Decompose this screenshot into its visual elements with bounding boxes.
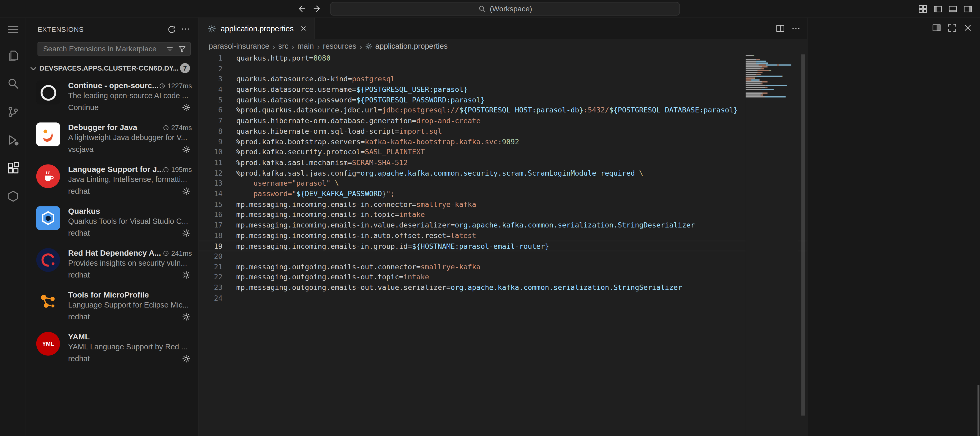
code-lines: 1quarkus.http.port=808023quarkus.datasou… — [199, 53, 807, 304]
code-line[interactable]: 16mp.messaging.incoming.emails-in.topic=… — [199, 210, 807, 220]
extension-item[interactable]: QuarkusQuarkus Tools for Visual Studio C… — [26, 200, 198, 242]
extension-description: Java Linting, Intellisense, formatti... — [68, 175, 192, 186]
split-editor-right-icon[interactable] — [932, 23, 941, 33]
minimap-line — [746, 81, 798, 83]
line-content: username="parasol" \ — [223, 178, 807, 189]
code-line[interactable]: 5quarkus.datasource.password=${POSTGRESQ… — [199, 95, 807, 105]
rhda-extension-icon — [37, 248, 60, 272]
code-line[interactable]: 22mp.messaging.outgoing.emails-out.topic… — [199, 272, 807, 283]
refresh-button[interactable] — [164, 22, 178, 36]
filter-button[interactable] — [176, 44, 188, 54]
back-button[interactable] — [296, 4, 306, 14]
activity-item-extensions[interactable] — [0, 154, 25, 182]
code-line[interactable]: 24 — [199, 293, 807, 304]
forward-button[interactable] — [313, 4, 323, 14]
activity-item-run-debug[interactable] — [0, 126, 25, 154]
manage-extension-button[interactable] — [181, 353, 192, 364]
command-center-label: (Workspace) — [490, 5, 532, 13]
extensions-section-header[interactable]: DEVSPACES.APPS.CLUSTER-CCN6D.DY... 7 — [26, 61, 198, 75]
activation-time: 241ms — [162, 249, 192, 257]
properties-file-icon — [365, 42, 372, 50]
extension-item[interactable]: Red Hat Dependency A...241msProvides ins… — [26, 242, 198, 284]
minimap-line — [746, 57, 798, 58]
extension-item[interactable]: Tools for MicroProfileLanguage Support f… — [26, 284, 198, 326]
activity-item-openshift[interactable] — [0, 182, 25, 210]
code-line[interactable]: 9%prod.kafka.bootstrap.servers=kafka-kaf… — [199, 137, 807, 147]
breadcrumb-item[interactable]: main — [297, 42, 314, 51]
java-debugger-extension-icon — [37, 123, 60, 146]
editor-group: application.properties parasol-insurance… — [199, 18, 807, 436]
code-line[interactable]: 23mp.messaging.outgoing.emails-out.value… — [199, 283, 807, 293]
manage-extension-button[interactable] — [181, 311, 192, 323]
code-line[interactable]: 14 password="${DEV_KAFKA_PASSWORD}"; — [199, 189, 807, 199]
code-line[interactable]: 11%prod.kafka.sasl.mechanism=SCRAM-SHA-5… — [199, 158, 807, 168]
tab-close-button[interactable] — [298, 23, 309, 34]
tab-application-properties[interactable]: application.properties — [199, 18, 315, 39]
chevron-right-icon: › — [291, 42, 294, 50]
search-icon — [6, 77, 19, 89]
editor-scrollbar[interactable] — [801, 54, 805, 416]
code-line[interactable]: 7quarkus.hibernate-orm.database.generati… — [199, 116, 807, 126]
split-editor-icon[interactable] — [776, 24, 785, 33]
extension-item[interactable]: Continue - open-sourc...1227msThe leadin… — [26, 75, 198, 117]
toggle-secondary-sidebar-icon[interactable] — [963, 4, 973, 13]
manage-extension-button[interactable] — [181, 144, 192, 155]
customize-layout-icon[interactable] — [918, 4, 928, 13]
layout-controls — [918, 0, 973, 18]
activity-item-search[interactable] — [0, 69, 25, 97]
command-center[interactable]: (Workspace) — [330, 2, 680, 16]
manage-extension-button[interactable] — [181, 102, 192, 113]
extensions-list: Continue - open-sourc...1227msThe leadin… — [26, 75, 198, 368]
secondary-panel — [807, 18, 980, 436]
manage-extension-button[interactable] — [181, 269, 192, 281]
breadcrumb-file[interactable]: application.properties — [365, 42, 448, 51]
breadcrumb-item[interactable]: resources — [323, 42, 356, 51]
code-line[interactable]: 3quarkus.datasource.db-kind=postgresql — [199, 74, 807, 84]
extension-item[interactable]: Language Support for J...195msJava Linti… — [26, 159, 198, 200]
toggle-primary-sidebar-icon[interactable] — [933, 4, 943, 13]
tab-label: application.properties — [221, 24, 294, 33]
manage-extension-button[interactable] — [181, 186, 192, 197]
code-line[interactable]: 10%prod.kafka.security.protocol=SASL_PLA… — [199, 147, 807, 158]
code-line[interactable]: 15mp.messaging.incoming.emails-in.connec… — [199, 199, 807, 210]
activity-item-explorer[interactable] — [0, 41, 25, 70]
code-line[interactable]: 13 username="parasol" \ — [199, 178, 807, 189]
filter-list-button[interactable] — [164, 44, 175, 54]
section-label: DEVSPACES.APPS.CLUSTER-CCN6D.DY... — [40, 64, 180, 72]
code-line[interactable]: 1quarkus.http.port=8080 — [199, 53, 807, 64]
code-line[interactable]: 12%prod.kafka.sasl.jaas.config=org.apach… — [199, 168, 807, 178]
activity-item-source-control[interactable] — [0, 97, 25, 126]
code-line[interactable]: 2 — [199, 64, 807, 74]
code-line[interactable]: 19mp.messaging.incoming.emails-in.group.… — [199, 241, 807, 251]
code-editor[interactable]: 1quarkus.http.port=808023quarkus.datasou… — [199, 53, 807, 436]
minimap[interactable] — [746, 53, 798, 436]
code-line[interactable]: 18mp.messaging.incoming.emails-in.auto.o… — [199, 231, 807, 241]
minimap-line — [746, 83, 798, 84]
code-line[interactable]: 21mp.messaging.outgoing.emails-out.conne… — [199, 262, 807, 272]
maximize-icon[interactable] — [948, 23, 957, 33]
extension-item[interactable]: Debugger for Java274msA lightweight Java… — [26, 117, 198, 159]
more-actions-icon[interactable] — [791, 24, 801, 33]
code-line[interactable]: 6%prod.quarkus.datasource.jdbc.url=jdbc:… — [199, 105, 807, 116]
views-more-actions-button[interactable] — [178, 22, 192, 36]
line-content: mp.messaging.incoming.emails-in.connecto… — [223, 199, 807, 210]
extension-item[interactable]: YMLYAMLYAML Language Support by Red ...r… — [26, 326, 198, 368]
clock-icon — [162, 250, 169, 256]
code-line[interactable]: 17mp.messaging.incoming.emails-in.value.… — [199, 220, 807, 231]
extensions-search-input[interactable] — [42, 44, 162, 54]
code-line[interactable]: 4quarkus.datasource.username=${POSTGRESQ… — [199, 84, 807, 95]
code-line[interactable]: 8quarkus.hibernate-orm.sql-load-script=i… — [199, 126, 807, 137]
breadcrumb-item[interactable]: src — [278, 42, 289, 51]
extension-name: Quarkus — [68, 207, 192, 216]
breadcrumb-item[interactable]: parasol-insurance — [209, 42, 269, 51]
manage-extension-button[interactable] — [181, 228, 192, 239]
line-content — [223, 251, 807, 262]
close-icon[interactable] — [963, 23, 973, 33]
activity-item-menu[interactable] — [0, 18, 25, 41]
java-extension-icon — [37, 164, 60, 188]
code-line[interactable]: 20 — [199, 251, 807, 262]
line-number: 24 — [199, 293, 223, 304]
chevron-right-icon: › — [317, 42, 320, 50]
toggle-panel-icon[interactable] — [948, 4, 958, 13]
panel-scrollbar[interactable] — [977, 385, 979, 436]
